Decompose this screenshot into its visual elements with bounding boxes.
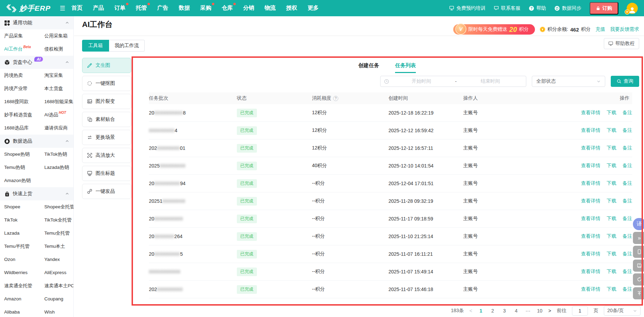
brand-logo[interactable]: 妙手ERP	[6, 3, 51, 13]
nav-item-授权[interactable]: 授权	[286, 4, 297, 12]
action-备注[interactable]: 备注	[623, 233, 632, 239]
contact-support-link[interactable]: 联系客服	[494, 5, 520, 11]
action-查看详情[interactable]: 查看详情	[581, 286, 600, 292]
action-备注[interactable]: 备注	[623, 269, 632, 275]
nav-item-托管[interactable]: 托管	[136, 4, 147, 12]
tool-card-素材贴合[interactable]: 素材贴合	[82, 112, 131, 127]
sidebar-item-速卖通全托管[interactable]: 速卖通全托管	[4, 279, 44, 292]
sidebar-item-Amazon热销[interactable]: Amazon热销	[4, 174, 44, 187]
action-下载[interactable]: 下载	[607, 269, 616, 275]
page-button-4[interactable]: 4	[513, 308, 519, 314]
sidebar-item-邀请供应商[interactable]: 邀请供应商	[44, 121, 73, 135]
sidebar-item-TikTok全托管[interactable]: TikTok全托管	[44, 214, 73, 227]
tool-card-一键抠图[interactable]: 一键抠图	[82, 76, 131, 91]
recharge-link[interactable]: 充值	[596, 26, 605, 33]
nav-item-产品[interactable]: 产品	[93, 4, 104, 12]
tool-card-图片裂变[interactable]: 图片裂变	[82, 94, 131, 109]
action-备注[interactable]: 备注	[623, 127, 632, 134]
tab-create-task[interactable]: 创建任务	[358, 62, 379, 73]
sidebar-item-侵权检测[interactable]: 侵权检测	[44, 43, 73, 56]
sidebar-group-货盘中心[interactable]: 货盘中心AI	[0, 56, 73, 69]
tab-my-workflow[interactable]: 我的工作流	[109, 40, 145, 52]
prev-page-button[interactable]: <	[469, 308, 472, 314]
sidebar-item-Wildberries[interactable]: Wildberries	[4, 266, 44, 279]
free-training-link[interactable]: 免费预约培训	[449, 5, 485, 11]
action-查看详情[interactable]: 查看详情	[581, 163, 600, 169]
sidebar-item-Temu本土[interactable]: Temu本土	[44, 240, 73, 253]
action-备注[interactable]: 备注	[623, 216, 632, 222]
date-range-input[interactable]: 开始时间 - 结束时间	[380, 76, 526, 87]
nav-item-订单[interactable]: 订单	[114, 4, 125, 12]
manual-button[interactable]: ?	[633, 260, 644, 272]
action-备注[interactable]: 备注	[623, 286, 632, 292]
action-备注[interactable]: 备注	[623, 198, 632, 204]
help-tutorial-button[interactable]: 帮助教程	[604, 38, 639, 49]
action-下载[interactable]: 下载	[607, 286, 616, 292]
nav-item-分销[interactable]: 分销	[243, 4, 254, 12]
sidebar-item-Ozon[interactable]: Ozon	[4, 253, 44, 266]
sidebar-item-Shopee[interactable]: Shopee	[4, 200, 44, 214]
tool-card-文生图[interactable]: 文生图	[82, 58, 131, 73]
sidebar-item-产品采集[interactable]: 产品采集	[4, 29, 44, 43]
action-查看详情[interactable]: 查看详情	[581, 251, 600, 257]
action-查看详情[interactable]: 查看详情	[581, 127, 600, 134]
nav-item-采购[interactable]: 采购	[200, 4, 211, 12]
tool-card-更换场景[interactable]: 更换场景	[82, 130, 131, 145]
sidebar-item-Alibaba[interactable]: Alibaba	[4, 306, 44, 317]
page-button-3[interactable]: 3	[501, 308, 508, 314]
action-查看详情[interactable]: 查看详情	[581, 110, 600, 116]
action-下载[interactable]: 下载	[607, 216, 616, 222]
sidebar-item-Lazada热销[interactable]: Lazada热销	[44, 161, 73, 174]
sidebar-item-Lazada[interactable]: Lazada	[4, 227, 44, 240]
page-button-2[interactable]: 2	[490, 308, 496, 314]
action-查看详情[interactable]: 查看详情	[581, 233, 600, 239]
sidebar-item-1688智能采集[interactable]: 1688智能采集	[44, 95, 73, 108]
sidebar-item-Coupang[interactable]: Coupang	[44, 292, 73, 306]
mobile-preview-button[interactable]	[633, 246, 644, 258]
tab-task-list[interactable]: 任务列表	[395, 62, 416, 73]
avatar[interactable]: V	[627, 3, 638, 14]
sidebar-item-Yandex[interactable]: Yandex	[44, 253, 73, 266]
sidebar-item-AI选品[interactable]: AI选品HOT	[44, 108, 73, 121]
sidebar-item-淘宝采集[interactable]: 淘宝采集	[44, 69, 73, 82]
action-备注[interactable]: 备注	[623, 180, 632, 187]
sidebar-item-Shopee热销[interactable]: Shopee热销	[4, 148, 44, 161]
sidebar-group-快速上货[interactable]: 快速上货	[0, 187, 73, 200]
tab-toolbox[interactable]: 工具箱	[82, 40, 109, 52]
sidebar-item-TikTok[interactable]: TikTok	[4, 214, 44, 227]
translate-button[interactable]: 译	[633, 218, 644, 230]
nav-item-仓库[interactable]: 仓库	[222, 4, 233, 12]
sidebar-item-跨境产业带[interactable]: 跨境产业带	[4, 82, 44, 95]
sidebar-item-1688选品库[interactable]: 1688选品库	[4, 121, 44, 135]
status-select[interactable]: 全部状态	[532, 76, 605, 87]
action-下载[interactable]: 下载	[607, 198, 616, 204]
action-备注[interactable]: 备注	[623, 163, 632, 169]
sidebar-group-通用功能[interactable]: 通用功能	[0, 16, 73, 29]
action-查看详情[interactable]: 查看详情	[581, 180, 600, 187]
nav-item-广告[interactable]: 广告	[157, 4, 168, 12]
action-备注[interactable]: 备注	[623, 110, 632, 116]
sidebar-item-速卖通本土POP[interactable]: 速卖通本土POP	[44, 279, 73, 292]
sidebar-item-跨境热卖[interactable]: 跨境热卖	[4, 69, 44, 82]
collapse-button[interactable]: »	[633, 232, 644, 244]
page-button-1[interactable]: 1	[478, 308, 484, 314]
back-to-top-button[interactable]	[633, 287, 644, 299]
sidebar-item-Wish[interactable]: Wish	[44, 306, 73, 317]
data-sync-link[interactable]: 数据同步	[554, 5, 581, 11]
search-button[interactable]: 查询	[611, 76, 639, 87]
promo-banner[interactable]: V 限时每天免费赠送 20 积分	[453, 24, 535, 35]
nav-item-更多[interactable]: 更多	[307, 4, 319, 12]
sidebar-item-本土货盘[interactable]: 本土货盘	[44, 82, 73, 95]
nav-item-首页[interactable]: 首页	[71, 4, 82, 12]
sidebar-item-Shopee全托管[interactable]: Shopee全托管	[44, 200, 73, 214]
next-page-button[interactable]: >	[548, 308, 551, 314]
nav-item-物流[interactable]: 物流	[265, 4, 276, 12]
feedback-link[interactable]: 我要反馈需求	[610, 26, 639, 33]
action-查看详情[interactable]: 查看详情	[581, 198, 600, 204]
refresh-button[interactable]	[633, 273, 644, 286]
action-查看详情[interactable]: 查看详情	[581, 269, 600, 275]
sidebar-item-公用采集箱[interactable]: 公用采集箱	[44, 29, 73, 43]
help-link[interactable]: ? 帮助	[529, 5, 546, 11]
page-jump-input[interactable]	[572, 306, 588, 316]
credits-help-icon[interactable]: ?	[333, 96, 338, 101]
